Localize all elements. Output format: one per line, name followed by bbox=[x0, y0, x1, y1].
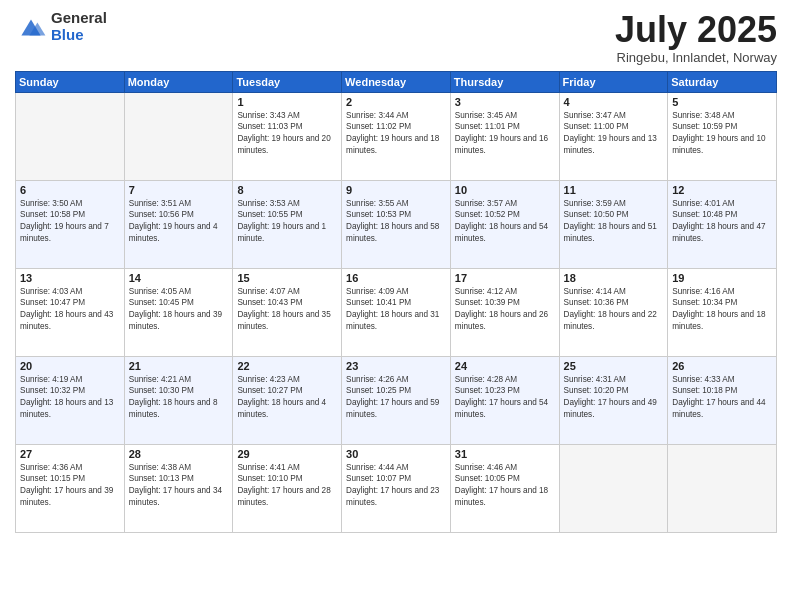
table-row: 18Sunrise: 4:14 AM Sunset: 10:36 PM Dayl… bbox=[559, 268, 668, 356]
day-number: 25 bbox=[564, 360, 664, 372]
logo-blue: Blue bbox=[51, 27, 107, 44]
month-title: July 2025 bbox=[615, 10, 777, 50]
day-info: Sunrise: 4:09 AM Sunset: 10:41 PM Daylig… bbox=[346, 286, 446, 334]
logo-text: General Blue bbox=[51, 10, 107, 43]
day-info: Sunrise: 3:47 AM Sunset: 11:00 PM Daylig… bbox=[564, 110, 664, 158]
day-info: Sunrise: 3:50 AM Sunset: 10:58 PM Daylig… bbox=[20, 198, 120, 246]
header-tuesday: Tuesday bbox=[233, 71, 342, 92]
day-info: Sunrise: 3:43 AM Sunset: 11:03 PM Daylig… bbox=[237, 110, 337, 158]
day-info: Sunrise: 4:38 AM Sunset: 10:13 PM Daylig… bbox=[129, 462, 229, 510]
day-number: 10 bbox=[455, 184, 555, 196]
calendar-header-row: Sunday Monday Tuesday Wednesday Thursday… bbox=[16, 71, 777, 92]
day-info: Sunrise: 4:33 AM Sunset: 10:18 PM Daylig… bbox=[672, 374, 772, 422]
day-number: 23 bbox=[346, 360, 446, 372]
day-info: Sunrise: 4:14 AM Sunset: 10:36 PM Daylig… bbox=[564, 286, 664, 334]
table-row: 14Sunrise: 4:05 AM Sunset: 10:45 PM Dayl… bbox=[124, 268, 233, 356]
table-row bbox=[124, 92, 233, 180]
table-row: 25Sunrise: 4:31 AM Sunset: 10:20 PM Dayl… bbox=[559, 356, 668, 444]
day-info: Sunrise: 4:19 AM Sunset: 10:32 PM Daylig… bbox=[20, 374, 120, 422]
location-subtitle: Ringebu, Innlandet, Norway bbox=[615, 50, 777, 65]
table-row: 5Sunrise: 3:48 AM Sunset: 10:59 PM Dayli… bbox=[668, 92, 777, 180]
table-row: 3Sunrise: 3:45 AM Sunset: 11:01 PM Dayli… bbox=[450, 92, 559, 180]
day-info: Sunrise: 4:07 AM Sunset: 10:43 PM Daylig… bbox=[237, 286, 337, 334]
day-info: Sunrise: 4:26 AM Sunset: 10:25 PM Daylig… bbox=[346, 374, 446, 422]
day-info: Sunrise: 4:36 AM Sunset: 10:15 PM Daylig… bbox=[20, 462, 120, 510]
page-header: General Blue July 2025 Ringebu, Innlande… bbox=[15, 10, 777, 65]
day-info: Sunrise: 3:48 AM Sunset: 10:59 PM Daylig… bbox=[672, 110, 772, 158]
calendar-week-row: 27Sunrise: 4:36 AM Sunset: 10:15 PM Dayl… bbox=[16, 444, 777, 532]
table-row: 17Sunrise: 4:12 AM Sunset: 10:39 PM Dayl… bbox=[450, 268, 559, 356]
day-number: 5 bbox=[672, 96, 772, 108]
header-saturday: Saturday bbox=[668, 71, 777, 92]
day-info: Sunrise: 3:45 AM Sunset: 11:01 PM Daylig… bbox=[455, 110, 555, 158]
table-row: 19Sunrise: 4:16 AM Sunset: 10:34 PM Dayl… bbox=[668, 268, 777, 356]
day-number: 11 bbox=[564, 184, 664, 196]
day-info: Sunrise: 4:46 AM Sunset: 10:05 PM Daylig… bbox=[455, 462, 555, 510]
day-number: 8 bbox=[237, 184, 337, 196]
header-sunday: Sunday bbox=[16, 71, 125, 92]
table-row: 20Sunrise: 4:19 AM Sunset: 10:32 PM Dayl… bbox=[16, 356, 125, 444]
day-number: 21 bbox=[129, 360, 229, 372]
calendar-table: Sunday Monday Tuesday Wednesday Thursday… bbox=[15, 71, 777, 533]
table-row: 7Sunrise: 3:51 AM Sunset: 10:56 PM Dayli… bbox=[124, 180, 233, 268]
day-info: Sunrise: 4:16 AM Sunset: 10:34 PM Daylig… bbox=[672, 286, 772, 334]
logo-icon bbox=[15, 13, 47, 41]
day-info: Sunrise: 4:01 AM Sunset: 10:48 PM Daylig… bbox=[672, 198, 772, 246]
day-number: 3 bbox=[455, 96, 555, 108]
calendar-week-row: 6Sunrise: 3:50 AM Sunset: 10:58 PM Dayli… bbox=[16, 180, 777, 268]
table-row: 15Sunrise: 4:07 AM Sunset: 10:43 PM Dayl… bbox=[233, 268, 342, 356]
table-row: 1Sunrise: 3:43 AM Sunset: 11:03 PM Dayli… bbox=[233, 92, 342, 180]
table-row: 30Sunrise: 4:44 AM Sunset: 10:07 PM Dayl… bbox=[342, 444, 451, 532]
table-row: 28Sunrise: 4:38 AM Sunset: 10:13 PM Dayl… bbox=[124, 444, 233, 532]
title-area: July 2025 Ringebu, Innlandet, Norway bbox=[615, 10, 777, 65]
header-monday: Monday bbox=[124, 71, 233, 92]
table-row: 23Sunrise: 4:26 AM Sunset: 10:25 PM Dayl… bbox=[342, 356, 451, 444]
header-friday: Friday bbox=[559, 71, 668, 92]
day-number: 26 bbox=[672, 360, 772, 372]
day-number: 16 bbox=[346, 272, 446, 284]
day-info: Sunrise: 3:59 AM Sunset: 10:50 PM Daylig… bbox=[564, 198, 664, 246]
day-info: Sunrise: 4:03 AM Sunset: 10:47 PM Daylig… bbox=[20, 286, 120, 334]
table-row: 12Sunrise: 4:01 AM Sunset: 10:48 PM Dayl… bbox=[668, 180, 777, 268]
table-row: 6Sunrise: 3:50 AM Sunset: 10:58 PM Dayli… bbox=[16, 180, 125, 268]
table-row: 11Sunrise: 3:59 AM Sunset: 10:50 PM Dayl… bbox=[559, 180, 668, 268]
day-number: 30 bbox=[346, 448, 446, 460]
day-number: 12 bbox=[672, 184, 772, 196]
day-number: 15 bbox=[237, 272, 337, 284]
logo-general: General bbox=[51, 10, 107, 27]
table-row: 27Sunrise: 4:36 AM Sunset: 10:15 PM Dayl… bbox=[16, 444, 125, 532]
table-row: 8Sunrise: 3:53 AM Sunset: 10:55 PM Dayli… bbox=[233, 180, 342, 268]
day-number: 19 bbox=[672, 272, 772, 284]
table-row: 24Sunrise: 4:28 AM Sunset: 10:23 PM Dayl… bbox=[450, 356, 559, 444]
table-row: 29Sunrise: 4:41 AM Sunset: 10:10 PM Dayl… bbox=[233, 444, 342, 532]
day-info: Sunrise: 4:21 AM Sunset: 10:30 PM Daylig… bbox=[129, 374, 229, 422]
day-info: Sunrise: 3:55 AM Sunset: 10:53 PM Daylig… bbox=[346, 198, 446, 246]
table-row: 31Sunrise: 4:46 AM Sunset: 10:05 PM Dayl… bbox=[450, 444, 559, 532]
table-row: 13Sunrise: 4:03 AM Sunset: 10:47 PM Dayl… bbox=[16, 268, 125, 356]
day-number: 1 bbox=[237, 96, 337, 108]
table-row: 10Sunrise: 3:57 AM Sunset: 10:52 PM Dayl… bbox=[450, 180, 559, 268]
day-number: 14 bbox=[129, 272, 229, 284]
day-number: 31 bbox=[455, 448, 555, 460]
day-number: 17 bbox=[455, 272, 555, 284]
table-row bbox=[668, 444, 777, 532]
day-info: Sunrise: 3:51 AM Sunset: 10:56 PM Daylig… bbox=[129, 198, 229, 246]
day-info: Sunrise: 4:12 AM Sunset: 10:39 PM Daylig… bbox=[455, 286, 555, 334]
day-number: 28 bbox=[129, 448, 229, 460]
day-number: 2 bbox=[346, 96, 446, 108]
table-row: 2Sunrise: 3:44 AM Sunset: 11:02 PM Dayli… bbox=[342, 92, 451, 180]
day-number: 27 bbox=[20, 448, 120, 460]
table-row: 16Sunrise: 4:09 AM Sunset: 10:41 PM Dayl… bbox=[342, 268, 451, 356]
day-number: 18 bbox=[564, 272, 664, 284]
table-row bbox=[559, 444, 668, 532]
day-number: 7 bbox=[129, 184, 229, 196]
day-number: 29 bbox=[237, 448, 337, 460]
day-info: Sunrise: 4:05 AM Sunset: 10:45 PM Daylig… bbox=[129, 286, 229, 334]
day-info: Sunrise: 3:44 AM Sunset: 11:02 PM Daylig… bbox=[346, 110, 446, 158]
table-row: 4Sunrise: 3:47 AM Sunset: 11:00 PM Dayli… bbox=[559, 92, 668, 180]
day-number: 20 bbox=[20, 360, 120, 372]
calendar-week-row: 13Sunrise: 4:03 AM Sunset: 10:47 PM Dayl… bbox=[16, 268, 777, 356]
day-info: Sunrise: 4:28 AM Sunset: 10:23 PM Daylig… bbox=[455, 374, 555, 422]
table-row: 9Sunrise: 3:55 AM Sunset: 10:53 PM Dayli… bbox=[342, 180, 451, 268]
day-info: Sunrise: 4:23 AM Sunset: 10:27 PM Daylig… bbox=[237, 374, 337, 422]
